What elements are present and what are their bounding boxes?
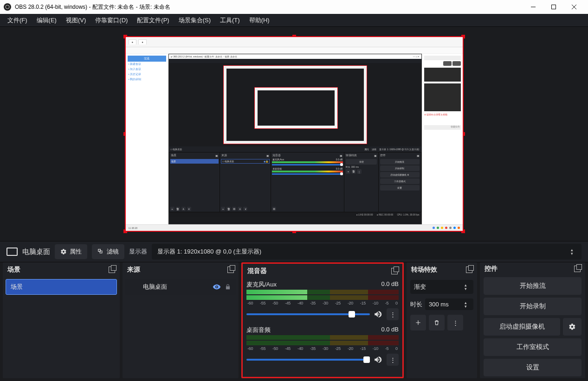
vu-meter [246,290,399,294]
mixer-channel-db: 0.0 dB [381,280,399,289]
svg-point-0 [6,5,9,9]
window-minimize-button[interactable] [523,0,543,14]
channel-menu-button[interactable]: ⋮ [387,308,399,320]
settings-button[interactable]: 设置 [484,359,582,376]
transitions-dock-title: 转场特效 [411,266,437,274]
mixer-channel-name: 麦克风/Aux [246,280,277,289]
vu-meter [246,341,399,345]
titlebar: OBS 28.0.2 (64-bit, windows) - 配置文件: 未命名… [0,0,588,14]
menubar: 文件(F) 编辑(E) 视图(V) 停靠窗口(D) 配置文件(P) 场景集合(S… [0,14,588,27]
svg-rect-2 [552,5,556,9]
lock-toggle-icon[interactable] [225,284,231,290]
start-streaming-button[interactable]: 开始推流 [484,277,582,295]
menu-view[interactable]: 视图(V) [62,14,90,26]
menu-profile[interactable]: 配置文件(P) [133,14,173,26]
spinner-icon: ▴▾ [568,248,576,255]
scene-item-label: 场景 [11,283,23,291]
scene-item[interactable]: 场景 [6,279,117,295]
virtual-cam-settings-button[interactable] [563,318,582,336]
speaker-icon[interactable] [374,356,383,364]
menu-help[interactable]: 帮助(H) [246,14,273,26]
audio-mixer-dock: 混音器 麦克风/Aux 0.0 dB -60-55-50-45-40-35-30… [241,262,404,378]
undock-icon[interactable] [466,267,472,273]
channel-menu-button[interactable]: ⋮ [387,354,399,366]
duration-input[interactable]: 300 ms ▴▾ [425,298,473,310]
start-recording-button[interactable]: 开始录制 [484,298,582,315]
sources-dock: 来源 电脑桌面 [123,262,239,378]
selected-source-name: 电脑桌面 [22,248,50,256]
menu-tools[interactable]: 工具(T) [216,14,244,26]
transition-selector[interactable]: 渐变 ▴▾ [410,280,473,294]
controls-dock: 控件 开始推流 开始录制 启动虚拟摄像机 工作室模式 设置 [480,262,585,378]
gear-icon [569,323,576,330]
mixer-channel: 桌面音频 0.0 dB -60-55-50-45-40-35-30-25-20-… [243,324,402,369]
window-title: OBS 28.0.2 (64-bit, windows) - 配置文件: 未命名… [15,3,523,11]
spinner-icon: ▴▾ [461,301,470,308]
display-capture-icon [131,284,139,290]
spinner-icon: ▴▾ [461,284,470,290]
display-selector[interactable]: 显示器 1: 1920x1080 @ 0,0 (主显示器) ▴▾ [152,244,582,260]
obs-app-icon [4,3,11,11]
preview-source-bounds[interactable]: ●● 交流 • 新建会议 • 加入会议 • 历史记录 • 我的录制 ● OBS … [125,36,464,232]
properties-label: 属性 [70,248,82,256]
display-selector-label: 显示器 [129,248,147,256]
mixer-channel-db: 0.0 dB [381,326,399,334]
source-item[interactable]: 电脑桌面 [125,279,236,295]
scenes-dock: 场景 场景 [3,262,120,378]
undock-icon[interactable] [227,267,234,273]
visibility-toggle-icon[interactable] [213,283,221,291]
menu-edit[interactable]: 编辑(E) [33,14,60,26]
filters-button[interactable]: 滤镜 [92,244,124,259]
scenes-dock-title: 场景 [7,266,20,274]
controls-dock-title: 控件 [485,265,498,273]
vu-tick-labels: -60-55-50-45-40-35-30-25-20-15-10-50 [246,301,399,305]
gear-icon [60,248,67,255]
vu-meter [246,295,399,300]
mixer-dock-title: 混音器 [247,267,267,275]
studio-mode-button[interactable]: 工作室模式 [484,338,582,356]
display-selector-value: 显示器 1: 1920x1080 @ 0,0 (主显示器) [157,248,261,256]
svg-point-7 [216,286,218,288]
display-capture-icon [6,248,18,256]
undock-icon[interactable] [109,267,115,273]
transition-selected-value: 渐变 [414,283,426,291]
duration-value: 300 ms [429,301,449,308]
filters-icon [97,248,104,255]
sources-dock-title: 来源 [127,266,140,274]
source-properties-toolbar: 电脑桌面 属性 滤镜 显示器 显示器 1: 1920x1080 @ 0,0 (主… [0,241,588,262]
preview-area[interactable]: ●● 交流 • 新建会议 • 加入会议 • 历史记录 • 我的录制 ● OBS … [0,27,588,241]
start-virtual-cam-button[interactable]: 启动虚拟摄像机 [484,318,560,336]
menu-file[interactable]: 文件(F) [4,14,31,26]
window-close-button[interactable] [564,0,584,14]
remove-transition-button[interactable] [429,315,445,330]
vu-tick-labels: -60-55-50-45-40-35-30-25-20-15-10-50 [246,346,399,351]
transitions-dock: 转场特效 渐变 ▴▾ 时长 300 ms ▴▾ ⋮ [407,262,477,378]
volume-slider[interactable] [246,313,370,315]
mixer-channel: 麦克风/Aux 0.0 dB -60-55-50-45-40-35-30-25-… [243,279,402,324]
speaker-icon[interactable] [374,310,383,318]
source-item-label: 电脑桌面 [143,283,209,291]
window-maximize-button[interactable] [543,0,564,14]
properties-button[interactable]: 属性 [55,244,87,259]
undock-icon[interactable] [574,266,581,272]
menu-dock[interactable]: 停靠窗口(D) [91,14,131,26]
add-transition-button[interactable] [410,315,426,330]
preview-captured-content: ●● 交流 • 新建会议 • 加入会议 • 历史记录 • 我的录制 ● OBS … [126,37,463,231]
docks-container: 场景 场景 来源 电脑桌面 [0,262,588,381]
transition-properties-button[interactable]: ⋮ [447,315,463,330]
mixer-channel-name: 桌面音频 [246,326,271,334]
filters-label: 滤镜 [107,248,119,256]
duration-label: 时长 [410,300,422,309]
menu-scene-collection[interactable]: 场景集合(S) [175,14,214,26]
undock-icon[interactable] [391,268,398,274]
volume-slider[interactable] [246,359,370,361]
vu-meter [246,335,399,340]
